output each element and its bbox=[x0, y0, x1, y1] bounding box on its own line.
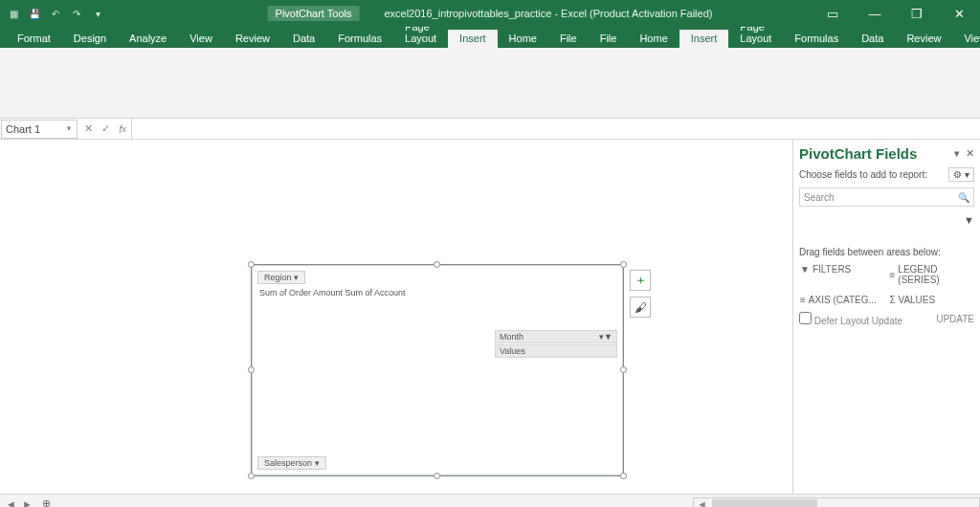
tab-home[interactable]: Home bbox=[498, 30, 548, 48]
values-area[interactable]: Σ VALUES bbox=[889, 292, 975, 308]
tab-insert[interactable]: Insert bbox=[679, 30, 729, 48]
fields-gear-button[interactable]: ⚙ ▾ bbox=[948, 167, 974, 182]
tab-analyze[interactable]: Analyze bbox=[118, 30, 178, 48]
sheet-next-icon[interactable]: ► bbox=[22, 498, 33, 508]
fx-icon[interactable]: fx bbox=[114, 123, 131, 135]
minimize-icon[interactable]: — bbox=[854, 0, 896, 27]
undo-icon[interactable]: ↶ bbox=[48, 6, 63, 21]
defer-layout-checkbox[interactable]: Defer Layout Update bbox=[799, 312, 902, 326]
filters-area[interactable]: ▼FILTERS bbox=[799, 261, 885, 288]
ribbon-options-icon[interactable]: ▭ bbox=[812, 0, 854, 27]
chevron-down-icon[interactable]: ▼ bbox=[65, 124, 73, 133]
pivot-chart[interactable]: Region ▾ Sum of Order Amount Sum of Acco… bbox=[251, 264, 624, 476]
horizontal-scrollbar[interactable]: ◄ bbox=[693, 497, 980, 508]
worksheet-grid[interactable]: Region ▾ Sum of Order Amount Sum of Acco… bbox=[0, 140, 792, 494]
legend-area[interactable]: ≡LEGEND (SERIES) bbox=[889, 261, 975, 288]
tab-formulas[interactable]: Formulas bbox=[783, 30, 850, 48]
tab-design[interactable]: Design bbox=[62, 30, 118, 48]
ribbon bbox=[0, 48, 980, 119]
choose-fields-label: Choose fields to add to report: bbox=[799, 169, 927, 180]
month-filter-icon[interactable]: ▼ bbox=[964, 214, 974, 226]
chart-region-filter[interactable]: Region ▾ bbox=[257, 271, 305, 284]
close-icon[interactable]: ✕ bbox=[938, 0, 980, 27]
tab-file[interactable]: File bbox=[548, 30, 589, 48]
legend-icon: ≡ bbox=[890, 270, 896, 280]
document-title: excel2016_intropivottables_practice - Ex… bbox=[384, 8, 712, 19]
qat-save-icon[interactable]: 💾 bbox=[27, 6, 42, 21]
tab-review[interactable]: Review bbox=[224, 30, 281, 48]
filter-icon: ▼ bbox=[800, 264, 810, 275]
chart-salesperson-filter[interactable]: Salesperson ▾ bbox=[257, 456, 326, 470]
fields-search-input[interactable]: Search 🔍 bbox=[799, 187, 974, 207]
filter-icon[interactable]: ▾▼ bbox=[599, 332, 612, 342]
taskpane-title: PivotChart Fields bbox=[799, 145, 917, 162]
axis-area[interactable]: ≡AXIS (CATEG... bbox=[799, 292, 885, 308]
name-box[interactable]: Chart 1▼ bbox=[1, 120, 78, 139]
tab-format[interactable]: Format bbox=[6, 30, 62, 48]
formula-bar-row: Chart 1▼ ✕ ✓ fx bbox=[0, 119, 980, 140]
chart-plot-area[interactable] bbox=[257, 298, 476, 408]
maximize-icon[interactable]: ❐ bbox=[896, 0, 938, 27]
tab-review[interactable]: Review bbox=[895, 30, 952, 48]
ribbon-tabs: FormatDesignAnalyzeViewReviewDataFormula… bbox=[0, 27, 980, 48]
tab-data[interactable]: Data bbox=[281, 30, 326, 48]
sheet-tab-bar: ◄ ► ⊕ ◄ bbox=[0, 494, 980, 507]
tab-formulas[interactable]: Formulas bbox=[326, 30, 393, 48]
tab-view[interactable]: View bbox=[952, 30, 980, 48]
update-button[interactable]: UPDATE bbox=[936, 314, 974, 324]
legend-values-header[interactable]: Values bbox=[495, 344, 617, 358]
tab-view[interactable]: View bbox=[178, 30, 224, 48]
cancel-formula-icon[interactable]: ✕ bbox=[79, 122, 97, 135]
formula-bar[interactable] bbox=[131, 119, 980, 139]
qat-app-icon[interactable]: ▦ bbox=[6, 6, 21, 21]
chart-elements-button[interactable]: ＋ bbox=[630, 270, 651, 291]
taskpane-close-icon[interactable]: ✕ bbox=[966, 147, 974, 160]
tab-insert[interactable]: Insert bbox=[448, 30, 498, 48]
sheet-prev-icon[interactable]: ◄ bbox=[6, 498, 16, 508]
add-sheet-button[interactable]: ⊕ bbox=[38, 497, 56, 507]
titlebar: ▦ 💾 ↶ ↷ ▾ PivotChart Tools excel2016_int… bbox=[0, 0, 980, 27]
pivotchart-fields-pane: PivotChart Fields ▾ ✕ Choose fields to a… bbox=[792, 140, 980, 494]
chart-title: Sum of Order Amount Sum of Account bbox=[259, 288, 617, 298]
drag-fields-label: Drag fields between areas below: bbox=[799, 247, 974, 257]
chart-legend: Month▾▼ Values bbox=[495, 330, 617, 359]
taskpane-dropdown-icon[interactable]: ▾ bbox=[954, 147, 960, 160]
chart-styles-button[interactable]: 🖌 bbox=[630, 297, 651, 318]
legend-month-header[interactable]: Month▾▼ bbox=[495, 330, 617, 343]
qat-customize-icon[interactable]: ▾ bbox=[90, 6, 105, 21]
tab-data[interactable]: Data bbox=[850, 30, 895, 48]
contextual-tab-label: PivotChart Tools bbox=[268, 6, 360, 21]
tab-home[interactable]: Home bbox=[628, 30, 679, 48]
enter-formula-icon[interactable]: ✓ bbox=[97, 122, 114, 135]
redo-icon[interactable]: ↷ bbox=[69, 6, 84, 21]
tab-file[interactable]: File bbox=[589, 30, 629, 48]
axis-icon: ≡ bbox=[800, 295, 806, 305]
search-icon: 🔍 bbox=[958, 192, 969, 203]
